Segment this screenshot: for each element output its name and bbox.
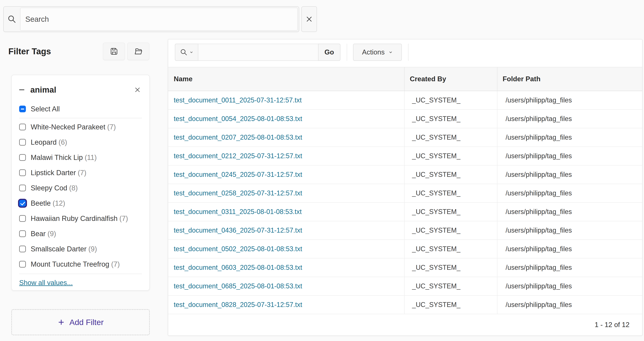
facet-option-count: 7 bbox=[120, 215, 128, 223]
table-row: test_document_0828_2025-07-31-12:57.txt … bbox=[168, 296, 642, 314]
remove-facet-button[interactable] bbox=[133, 85, 142, 94]
select-all-checkbox[interactable] bbox=[19, 106, 26, 112]
table-row: test_document_0011_2025-07-31-12:57.txt … bbox=[168, 91, 642, 110]
table-row: test_document_0502_2025-08-01-08:53.txt … bbox=[168, 240, 642, 259]
file-link[interactable]: test_document_0311_2025-08-01-08:53.txt bbox=[174, 208, 302, 216]
report-table: Name Created By Folder Path test_documen… bbox=[168, 67, 642, 314]
folder-path-cell: /users/philipp/tag_files bbox=[498, 240, 642, 258]
column-header-created-by[interactable]: Created By bbox=[404, 67, 498, 91]
created-by-cell: _UC_SYSTEM_ bbox=[404, 221, 498, 240]
facet-checkbox[interactable] bbox=[19, 139, 26, 146]
facet-checkbox[interactable] bbox=[19, 246, 26, 252]
facet-option-label: White-Necked Parakeet bbox=[31, 123, 105, 131]
folder-path-cell: /users/philipp/tag_files bbox=[498, 259, 642, 277]
save-filter-button[interactable] bbox=[103, 42, 125, 60]
facet-checkbox[interactable] bbox=[19, 154, 26, 161]
facet-option[interactable]: Lipstick Darter 7 bbox=[19, 165, 142, 180]
table-body: test_document_0011_2025-07-31-12:57.txt … bbox=[168, 91, 642, 314]
folder-path-cell: /users/philipp/tag_files bbox=[498, 221, 642, 240]
facet-option[interactable]: Sleepy Cod 8 bbox=[19, 180, 142, 196]
facet-checkbox[interactable] bbox=[19, 215, 26, 222]
created-by-cell: _UC_SYSTEM_ bbox=[404, 203, 498, 221]
folder-path-cell: /users/philipp/tag_files bbox=[498, 165, 642, 184]
file-link[interactable]: test_document_0828_2025-07-31-12:57.txt bbox=[174, 301, 302, 309]
facet-option[interactable]: Hawaiian Ruby Cardinalfish 7 bbox=[19, 211, 142, 226]
facet-checkbox[interactable] bbox=[19, 169, 26, 176]
facet-option-count: 9 bbox=[48, 230, 56, 238]
facet-option-label: Sleepy Cod bbox=[31, 184, 67, 192]
facet-option-label: Smallscale Darter bbox=[31, 245, 86, 253]
pagination: 1 - 12 of 12 bbox=[168, 314, 642, 336]
file-link[interactable]: test_document_0011_2025-07-31-12:57.txt bbox=[174, 96, 302, 104]
facet-option-count: 8 bbox=[69, 184, 78, 192]
facet-option[interactable]: Smallscale Darter 9 bbox=[19, 241, 142, 257]
file-link[interactable]: test_document_0685_2025-08-01-08:53.txt bbox=[174, 282, 302, 290]
file-link[interactable]: test_document_0207_2025-08-01-08:53.txt bbox=[174, 133, 302, 141]
folder-path-cell: /users/philipp/tag_files bbox=[498, 110, 642, 128]
file-link[interactable]: test_document_0212_2025-07-31-12:57.txt bbox=[174, 152, 302, 160]
facet-option[interactable]: Mount Tucutche Treefrog 7 bbox=[19, 257, 142, 272]
collapse-facet-button[interactable] bbox=[19, 86, 26, 94]
add-filter-label: Add Filter bbox=[70, 318, 104, 327]
go-button[interactable]: Go bbox=[318, 44, 340, 61]
table-row: test_document_0207_2025-08-01-08:53.txt … bbox=[168, 128, 642, 147]
created-by-cell: _UC_SYSTEM_ bbox=[404, 277, 498, 295]
search-column-dropdown-button[interactable] bbox=[175, 44, 198, 61]
column-header-folder-path[interactable]: Folder Path bbox=[498, 67, 642, 91]
facet-checkbox[interactable] bbox=[19, 200, 26, 207]
facet-option[interactable]: Malawi Thick Lip 11 bbox=[19, 150, 142, 165]
search-box bbox=[3, 6, 299, 32]
show-all-values-link[interactable]: Show all values... bbox=[19, 279, 73, 287]
file-link[interactable]: test_document_0603_2025-08-01-08:53.txt bbox=[174, 264, 302, 272]
file-link[interactable]: test_document_0054_2025-08-01-08:53.txt bbox=[174, 115, 302, 123]
facet-checkbox[interactable] bbox=[19, 185, 26, 191]
created-by-cell: _UC_SYSTEM_ bbox=[404, 147, 498, 165]
facet-option-count: 7 bbox=[111, 260, 120, 268]
search-icon bbox=[180, 48, 188, 56]
facet-checkbox[interactable] bbox=[19, 124, 26, 130]
facet-option[interactable]: Beetle 12 bbox=[19, 196, 142, 211]
select-all-label: Select All bbox=[31, 105, 60, 113]
report-panel: Go Actions Name Created By Folder Path t… bbox=[168, 39, 642, 336]
created-by-cell: _UC_SYSTEM_ bbox=[404, 240, 498, 258]
search-input[interactable] bbox=[20, 8, 298, 31]
facet-option-label: Lipstick Darter bbox=[31, 169, 76, 177]
file-link[interactable]: test_document_0245_2025-07-31-12:57.txt bbox=[174, 171, 302, 179]
column-header-name[interactable]: Name bbox=[168, 67, 404, 91]
created-by-cell: _UC_SYSTEM_ bbox=[404, 259, 498, 277]
table-header-row: Name Created By Folder Path bbox=[168, 67, 642, 91]
created-by-cell: _UC_SYSTEM_ bbox=[404, 110, 498, 128]
facet-option-count: 11 bbox=[85, 154, 97, 162]
filter-actions bbox=[103, 42, 149, 60]
open-filter-button[interactable] bbox=[127, 42, 149, 60]
facet-checkbox[interactable] bbox=[19, 261, 26, 268]
add-filter-button[interactable]: Add Filter bbox=[11, 309, 150, 335]
facet-option-count: 7 bbox=[107, 123, 116, 131]
file-link[interactable]: test_document_0502_2025-08-01-08:53.txt bbox=[174, 245, 302, 253]
chevron-down-icon bbox=[189, 50, 194, 54]
created-by-cell: _UC_SYSTEM_ bbox=[404, 91, 498, 109]
folder-open-icon bbox=[134, 47, 143, 56]
table-row: test_document_0245_2025-07-31-12:57.txt … bbox=[168, 165, 642, 184]
report-search-input[interactable] bbox=[198, 44, 318, 61]
file-link[interactable]: test_document_0258_2025-07-31-12:57.txt bbox=[174, 189, 302, 197]
folder-path-cell: /users/philipp/tag_files bbox=[498, 184, 642, 202]
global-search-bar bbox=[3, 6, 317, 32]
facet-checkbox[interactable] bbox=[19, 230, 26, 237]
close-icon bbox=[305, 15, 313, 23]
table-row: test_document_0054_2025-08-01-08:53.txt … bbox=[168, 110, 642, 128]
facet-option-count: 9 bbox=[88, 245, 97, 253]
facet-option-count: 6 bbox=[58, 138, 67, 146]
folder-path-cell: /users/philipp/tag_files bbox=[498, 203, 642, 221]
facet-option[interactable]: Bear 9 bbox=[19, 226, 142, 241]
file-link[interactable]: test_document_0436_2025-07-31-12:57.txt bbox=[174, 227, 302, 234]
actions-button[interactable]: Actions bbox=[353, 44, 402, 61]
facet-option[interactable]: White-Necked Parakeet 7 bbox=[19, 119, 142, 135]
select-all-option[interactable]: Select All bbox=[19, 103, 142, 114]
clear-search-button[interactable] bbox=[301, 6, 317, 32]
created-by-cell: _UC_SYSTEM_ bbox=[404, 165, 498, 184]
facet-title: animal bbox=[30, 85, 133, 94]
facet-option[interactable]: Leopard 6 bbox=[19, 135, 142, 150]
facet-option-label: Beetle bbox=[31, 199, 51, 207]
table-row: test_document_0258_2025-07-31-12:57.txt … bbox=[168, 184, 642, 203]
